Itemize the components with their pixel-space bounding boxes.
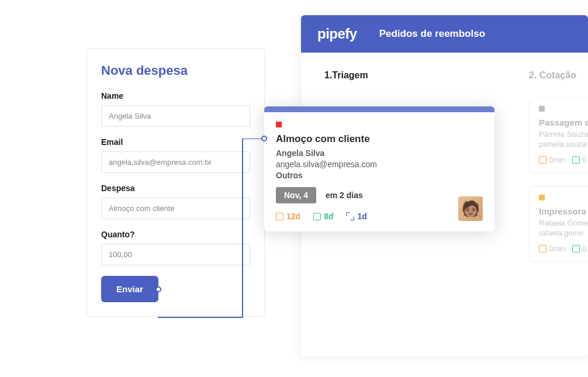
column-cotacao: 2. Cotação Passagem d Pâmela Souza pamel… bbox=[529, 70, 588, 275]
card-meta: 0min 0 bbox=[539, 155, 588, 164]
detail-category: Outros bbox=[276, 171, 483, 180]
meta-value: 12d bbox=[286, 212, 300, 221]
card-person: Rafaela Gome bbox=[539, 219, 588, 227]
meta-value: 0min bbox=[549, 155, 565, 164]
field-email: Email bbox=[101, 137, 250, 173]
date-row: Nov, 4 em 2 dias bbox=[276, 187, 483, 203]
form-title: Nova despesa bbox=[101, 63, 250, 78]
detail-body: Almoço com cliente Angela Silva angela.s… bbox=[264, 112, 494, 231]
status-indicator-icon bbox=[539, 195, 545, 200]
label-email: Email bbox=[101, 137, 250, 147]
timer-icon bbox=[313, 213, 321, 220]
label-quanto: Quanto? bbox=[101, 230, 250, 239]
timer-icon bbox=[572, 156, 580, 164]
field-name: Name bbox=[101, 91, 250, 127]
brand-text: pipefy bbox=[317, 26, 357, 42]
field-quanto: Quanto? bbox=[101, 230, 250, 265]
column-title: 2. Cotação bbox=[529, 70, 588, 81]
connector-dot-icon bbox=[155, 286, 161, 292]
detail-email: angela.silva@empresa.com bbox=[276, 160, 483, 169]
detail-accent-bar bbox=[264, 106, 494, 112]
detail-title: Almoço com cliente bbox=[276, 133, 483, 145]
due-text: em 2 dias bbox=[326, 191, 363, 200]
detail-meta-row: 12d 8d 1d bbox=[276, 212, 483, 221]
timer-icon bbox=[572, 245, 580, 253]
input-name[interactable] bbox=[101, 105, 250, 127]
clock-icon bbox=[276, 213, 283, 220]
label-despesa: Despesa bbox=[101, 184, 250, 193]
meta-value: 0 bbox=[582, 244, 586, 253]
input-quanto[interactable] bbox=[101, 244, 250, 265]
avatar: 🧑🏽 bbox=[458, 196, 483, 221]
kanban-card[interactable]: Passagem d Pâmela Souza pamela.souza 0mi… bbox=[529, 97, 588, 173]
submit-label: Enviar bbox=[116, 284, 143, 294]
connector-dot-icon bbox=[261, 136, 267, 141]
date-chip: Nov, 4 bbox=[276, 187, 316, 203]
input-email[interactable] bbox=[101, 151, 250, 173]
column-title: 1.Triagem bbox=[324, 70, 500, 81]
card-detail-popup[interactable]: Almoço com cliente Angela Silva angela.s… bbox=[264, 106, 494, 231]
status-indicator-icon bbox=[539, 106, 545, 112]
sync-icon bbox=[346, 212, 354, 220]
card-person: Pâmela Souza bbox=[539, 130, 588, 139]
meta-value: 1d bbox=[357, 212, 366, 221]
submit-button[interactable]: Enviar bbox=[101, 276, 158, 302]
brand-logo: pipefy bbox=[317, 26, 357, 42]
card-email: pamela.souza bbox=[539, 140, 588, 148]
status-indicator-icon bbox=[276, 122, 282, 127]
card-title: Passagem d bbox=[539, 117, 588, 127]
kanban-card[interactable]: Impressora Rafaela Gome rafaela.gome 0mi… bbox=[529, 186, 588, 262]
field-despesa: Despesa bbox=[101, 184, 250, 219]
meta-value: 0min bbox=[549, 244, 565, 253]
clock-icon bbox=[539, 156, 547, 164]
board-title: Pedidos de reembolso bbox=[379, 28, 485, 40]
detail-person: Angela Silva bbox=[276, 148, 483, 158]
meta-value: 0 bbox=[582, 155, 586, 164]
meta-value: 8d bbox=[324, 212, 333, 221]
input-despesa[interactable] bbox=[101, 198, 250, 219]
card-meta: 0min 0 bbox=[539, 244, 588, 253]
board-header: pipefy Pedidos de reembolso bbox=[301, 15, 588, 53]
card-title: Impressora bbox=[539, 206, 588, 216]
expense-form-card: Nova despesa Name Email Despesa Quanto? … bbox=[87, 49, 265, 317]
label-name: Name bbox=[101, 91, 250, 101]
clock-icon bbox=[539, 245, 547, 253]
card-email: rafaela.gome bbox=[539, 229, 588, 237]
